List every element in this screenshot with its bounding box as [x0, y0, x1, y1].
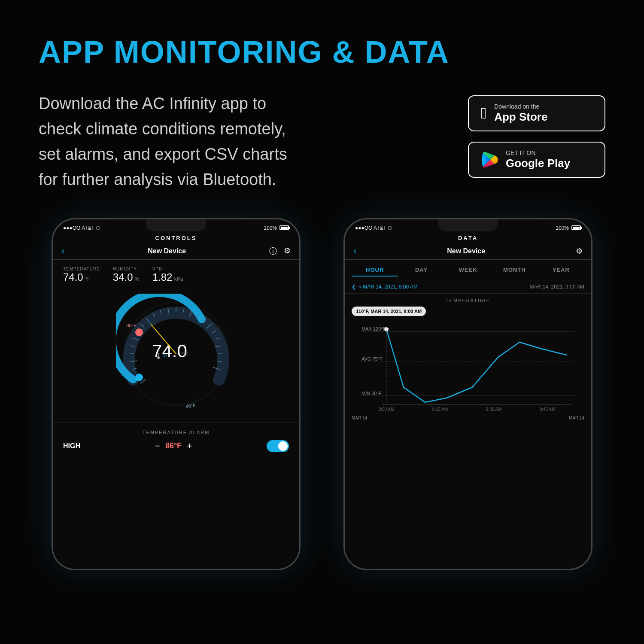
app-store-button[interactable]:  Download on the App Store [468, 95, 605, 131]
svg-point-26 [135, 328, 143, 336]
chart-date-right: MAR 14 [569, 416, 584, 420]
status-right-2: 100% [556, 225, 581, 231]
phones-section: ●●●OO AT&T ⬡ 4:48PM 100% CONTROLS ‹ New … [39, 218, 605, 570]
alarm-controls: − 86°F + [155, 440, 192, 452]
phone-controls-screen: ●●●OO AT&T ⬡ 4:48PM 100% CONTROLS ‹ New … [53, 219, 299, 569]
back-button-2[interactable]: ‹ [353, 246, 356, 257]
description-text: Download the AC Infinity app to check cl… [39, 91, 305, 192]
svg-text:°F: °F [181, 351, 188, 358]
data-title: DATA [345, 233, 591, 244]
status-bar-1: ●●●OO AT&T ⬡ 4:48PM 100% [53, 219, 299, 233]
chart-area: TEMPERATURE 110°F, MAR 14, 2021, 8:00 AM… [345, 294, 591, 425]
app-store-small-label: Download on the [494, 103, 547, 110]
stat-vpd: VPD 1.82 kPa [152, 267, 183, 283]
alarm-value: 86°F [165, 441, 182, 450]
svg-text:🌡: 🌡 [155, 352, 163, 361]
gauge-svg: 86°F 40°F 74.0 °F ▹ 🌡 [116, 294, 236, 414]
app-store-text: Download on the App Store [494, 103, 547, 124]
back-button-1[interactable]: ‹ [61, 246, 64, 257]
alarm-section: TEMPERATURE ALARM HIGH − 86°F + [53, 422, 299, 459]
temp-value: 74.0 °F [63, 271, 100, 283]
humidity-label: HUMIDITY [113, 267, 140, 271]
data-nav: ‹ New Device ⚙ [345, 244, 591, 258]
tab-year[interactable]: YEAR [538, 264, 584, 276]
date-range-right: MAR 14, 2021, 9:00 AM [530, 284, 584, 290]
device-name-1: New Device [148, 247, 186, 255]
store-buttons:  Download on the App Store [468, 95, 605, 178]
google-play-button[interactable]: GET IT ON Google Play [468, 142, 605, 178]
status-bar-2: ●●●OO AT&T ⬡ 4:48PM 100% [345, 219, 591, 233]
svg-text:8:15 AM: 8:15 AM [432, 407, 448, 412]
stat-humidity: HUMIDITY 34.0 % [113, 267, 140, 283]
tab-day[interactable]: DAY [398, 264, 444, 276]
controls-nav: ‹ New Device ⓘ ⚙ [53, 244, 299, 258]
status-time-2: 4:48PM [463, 225, 484, 231]
alarm-label: HIGH [63, 442, 80, 450]
time-tabs: HOUR DAY WEEK MONTH YEAR [345, 261, 591, 280]
gauge-container: 86°F 40°F 74.0 °F ▹ 🌡 [53, 289, 299, 418]
nav-icons-1: ⓘ ⚙ [269, 246, 291, 256]
gear-icon[interactable]: ⚙ [284, 246, 291, 256]
tooltip-bubble: 110°F, MAR 14, 2021, 8:00 AM [352, 307, 426, 316]
alarm-title: TEMPERATURE ALARM [63, 430, 289, 435]
page-title: APP MONITORING & DATA [39, 34, 605, 70]
google-play-small-label: GET IT ON [506, 149, 570, 157]
gear-icon-2[interactable]: ⚙ [576, 246, 583, 256]
svg-text:86°F: 86°F [126, 323, 137, 328]
status-time-1: 4:48PM [171, 225, 192, 231]
chart-title: TEMPERATURE [352, 298, 584, 303]
chart-dates: MAR 14 MAR 14 [352, 415, 584, 421]
info-icon[interactable]: ⓘ [269, 246, 277, 256]
apple-icon:  [481, 104, 486, 122]
vpd-value: 1.82 kPa [152, 271, 183, 283]
google-play-text: GET IT ON Google Play [506, 149, 570, 170]
stats-row: TEMPERATURE 74.0 °F HUMIDITY 34.0 % [53, 261, 299, 289]
page-wrapper: APP MONITORING & DATA Download the AC In… [0, 0, 644, 644]
divider-1 [53, 259, 299, 260]
tooltip-bubble-container: 110°F, MAR 14, 2021, 8:00 AM [352, 307, 584, 319]
device-name-2: New Device [447, 247, 485, 255]
svg-text:MIN 30°F: MIN 30°F [361, 391, 382, 396]
phone-controls: ●●●OO AT&T ⬡ 4:48PM 100% CONTROLS ‹ New … [52, 218, 301, 570]
svg-point-27 [135, 374, 143, 381]
top-section: Download the AC Infinity app to check cl… [39, 91, 605, 192]
tab-month[interactable]: MONTH [491, 264, 538, 276]
controls-title: CONTROLS [53, 233, 299, 244]
alarm-row: HIGH − 86°F + [63, 440, 289, 452]
tab-hour[interactable]: HOUR [352, 264, 398, 276]
alarm-minus-button[interactable]: − [155, 440, 160, 452]
tab-week[interactable]: WEEK [445, 264, 491, 276]
chevron-left-icon: ❮ [352, 284, 356, 290]
date-range-row: ❮ < MAR 14, 2021, 8:00 AM MAR 14, 2021, … [345, 280, 591, 294]
chart-svg: MAX 120°F AVG 75°F MIN 30°F 8:00 AM 8:15… [352, 319, 584, 413]
phone-data-screen: ●●●OO AT&T ⬡ 4:48PM 100% DATA ‹ New Devi… [345, 219, 591, 569]
vpd-label: VPD [152, 267, 183, 271]
phone-data: ●●●OO AT&T ⬡ 4:48PM 100% DATA ‹ New Devi… [343, 218, 592, 570]
date-range-left: ❮ < MAR 14, 2021, 8:00 AM [352, 284, 418, 290]
battery-icon-1 [279, 225, 289, 230]
battery-icon-2 [571, 225, 581, 230]
svg-text:8:45 AM: 8:45 AM [540, 407, 556, 412]
temp-label: TEMPERATURE [63, 267, 100, 271]
humidity-value: 34.0 % [113, 271, 140, 283]
date-left-text: < MAR 14, 2021, 8:00 AM [358, 284, 418, 290]
status-left-1: ●●●OO AT&T ⬡ [63, 225, 100, 231]
status-left-2: ●●●OO AT&T ⬡ [355, 225, 392, 231]
chart-date-left: MAR 14 [352, 416, 367, 420]
google-play-icon [481, 151, 498, 168]
svg-text:MAX 120°F: MAX 120°F [361, 326, 386, 331]
alarm-toggle[interactable] [267, 440, 289, 452]
status-right-1: 100% [264, 225, 289, 231]
divider-2 [345, 259, 591, 260]
alarm-plus-button[interactable]: + [187, 440, 192, 452]
svg-text:▹: ▹ [164, 351, 167, 358]
google-play-large-label: Google Play [506, 157, 570, 170]
svg-text:8:30 AM: 8:30 AM [486, 407, 502, 412]
svg-text:8:00 AM: 8:00 AM [379, 407, 395, 412]
toggle-knob [278, 441, 288, 451]
app-store-large-label: App Store [494, 110, 547, 124]
svg-text:AVG 75°F: AVG 75°F [361, 356, 383, 361]
stat-temperature: TEMPERATURE 74.0 °F [63, 267, 100, 283]
